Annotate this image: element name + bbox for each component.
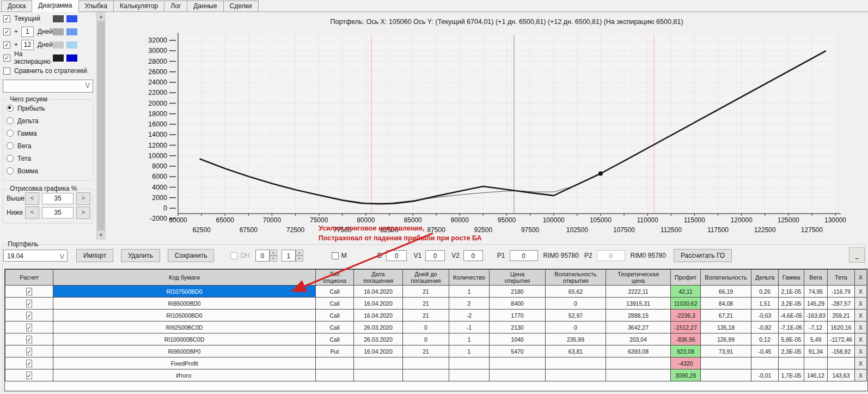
row-checkbox-1[interactable] xyxy=(26,300,32,307)
checkbox-current[interactable] xyxy=(3,15,10,22)
cell-days[interactable] xyxy=(403,369,449,381)
cell-type[interactable]: Put xyxy=(316,345,354,357)
cell-profit[interactable]: 11030,62 xyxy=(671,298,701,310)
row-checkbox-7[interactable] xyxy=(26,372,32,379)
cell-profit[interactable]: -836,96 xyxy=(671,334,701,345)
cell-qty[interactable]: 2 xyxy=(449,298,490,310)
cell-open_vol[interactable]: 235,99 xyxy=(546,334,606,345)
cell-code[interactable]: FixedProfit xyxy=(53,357,316,369)
col-header-14[interactable]: Тета xyxy=(828,270,855,286)
row-delete-button-5[interactable]: X xyxy=(855,345,867,357)
tab-Данные[interactable]: Данные xyxy=(187,1,223,11)
cell-theta[interactable]: -287,57 xyxy=(828,298,855,310)
row-delete-button-4[interactable]: X xyxy=(855,334,867,345)
cell-code[interactable]: Итого: xyxy=(53,369,316,381)
cell-vega[interactable] xyxy=(804,357,828,369)
cell-type[interactable] xyxy=(316,357,354,369)
collapse-button[interactable]: – xyxy=(849,247,865,263)
m-checkbox[interactable] xyxy=(332,252,339,259)
cell-date[interactable]: 16.04.2020 xyxy=(354,298,403,310)
dh-spinner-1[interactable]: 0 ▲▼ xyxy=(255,250,277,262)
cell-theta[interactable] xyxy=(828,357,855,369)
cell-vol[interactable] xyxy=(701,357,751,369)
color-swatch-plus1-0[interactable] xyxy=(53,28,64,35)
col-header-13[interactable]: Вега xyxy=(804,270,828,286)
days-input-plus12[interactable]: 12 xyxy=(21,40,34,50)
payoff-chart[interactable]: -200002000400060008000100001200014000160… xyxy=(105,12,868,240)
cell-open_vol[interactable]: 52,97 xyxy=(546,310,606,322)
cell-vol[interactable]: 84,08 xyxy=(701,298,751,310)
v1-field[interactable]: 0 xyxy=(425,250,445,261)
cell-profit[interactable]: -1512,27 xyxy=(671,322,701,334)
cell-code[interactable]: RI107500BD0 xyxy=(53,286,316,298)
cell-date[interactable]: 16.04.2020 xyxy=(354,345,403,357)
cell-theor[interactable] xyxy=(606,357,671,369)
cell-vol[interactable]: 67,21 xyxy=(701,310,751,322)
cell-days[interactable]: 0 xyxy=(403,322,449,334)
cell-code[interactable]: RI95000BP0 xyxy=(53,345,316,357)
cell-theta[interactable]: -116,79 xyxy=(828,286,855,298)
cell-theta[interactable]: -1172,46 xyxy=(828,334,855,345)
cell-theor[interactable] xyxy=(606,369,671,381)
cell-theta[interactable]: 143,63 xyxy=(828,369,855,381)
cell-type[interactable]: Call xyxy=(316,334,354,345)
cell-vega[interactable]: 146,12 xyxy=(804,369,828,381)
cell-gamma[interactable] xyxy=(779,357,804,369)
save-button[interactable]: Сохранить xyxy=(168,249,215,262)
cell-theor[interactable]: 13915,31 xyxy=(606,298,671,310)
row-checkbox-3[interactable] xyxy=(26,324,32,331)
cell-qty[interactable]: 1 xyxy=(449,345,490,357)
cell-profit[interactable]: -2236,3 xyxy=(671,310,701,322)
portfolio-select[interactable]: 19.04 ⋁ xyxy=(3,250,68,262)
d-field[interactable]: 0 xyxy=(386,250,407,261)
cell-gamma[interactable]: -7,1E-05 xyxy=(779,322,804,334)
cell-profit[interactable]: 3090,28 xyxy=(671,369,701,381)
cell-open_vol[interactable]: 0 xyxy=(546,298,606,310)
row-delete-button-7[interactable]: X xyxy=(855,369,867,381)
cell-days[interactable] xyxy=(403,357,449,369)
scrollbar-thumb[interactable] xyxy=(97,21,105,231)
delete-button[interactable]: Удалить xyxy=(121,249,160,262)
color-swatch-plus12-1[interactable] xyxy=(66,41,77,49)
panel-scrollbar[interactable]: ▲ ▼ xyxy=(96,12,106,240)
row-delete-button-1[interactable]: X xyxy=(855,298,867,310)
cell-gamma[interactable]: 1,7E-05 xyxy=(779,369,804,381)
color-swatch-plus12-0[interactable] xyxy=(53,41,64,49)
spin-down-icon[interactable]: ▼ xyxy=(296,256,303,262)
p1-field[interactable]: 0 xyxy=(510,250,538,261)
cell-delta[interactable]: -0,45 xyxy=(751,345,779,357)
row-checkbox-2[interactable] xyxy=(26,312,32,319)
cell-qty[interactable] xyxy=(449,369,490,381)
cell-open_price[interactable]: 2180 xyxy=(490,286,546,298)
increase-button-below[interactable]: > xyxy=(76,207,90,219)
cell-open_price[interactable] xyxy=(490,369,546,381)
percent-field-below[interactable]: 35 xyxy=(42,207,74,219)
tab-Сделки[interactable]: Сделки xyxy=(223,1,259,11)
cell-date[interactable]: 16.04.2020 xyxy=(354,310,403,322)
radio-delta[interactable] xyxy=(7,117,14,124)
cell-theor[interactable]: 6393,08 xyxy=(606,345,671,357)
dh-spinner-2[interactable]: 1 ▲▼ xyxy=(282,250,303,262)
cell-days[interactable]: 21 xyxy=(403,310,449,322)
col-header-15[interactable]: X xyxy=(855,270,867,286)
cell-code[interactable]: RI105000BD0 xyxy=(53,310,316,322)
scroll-up-icon[interactable]: ▲ xyxy=(96,12,106,21)
radio-gamma[interactable] xyxy=(7,130,14,137)
dh-checkbox[interactable] xyxy=(230,252,237,259)
cell-open_price[interactable]: 2130 xyxy=(490,322,546,334)
radio-profit[interactable] xyxy=(7,105,14,112)
percent-field-above[interactable]: 35 xyxy=(42,193,74,204)
cell-delta[interactable]: -0,01 xyxy=(751,369,779,381)
cell-theta[interactable]: 259,21 xyxy=(828,310,855,322)
col-header-4[interactable]: Дней до погашения xyxy=(403,270,449,286)
v2-field[interactable]: 0 xyxy=(463,250,483,261)
cell-code[interactable]: RI85000BD0 xyxy=(53,298,316,310)
cell-open_vol[interactable]: 63,81 xyxy=(546,345,606,357)
tab-Улыбка[interactable]: Улыбка xyxy=(78,1,114,11)
radio-vega[interactable] xyxy=(7,142,14,149)
cell-theor[interactable]: 3642,27 xyxy=(606,322,671,334)
spin-up-icon[interactable]: ▲ xyxy=(270,250,277,256)
scroll-down-icon[interactable]: ▼ xyxy=(96,231,106,240)
cell-open_price[interactable]: 8400 xyxy=(490,298,546,310)
cell-days[interactable]: 21 xyxy=(403,345,449,357)
